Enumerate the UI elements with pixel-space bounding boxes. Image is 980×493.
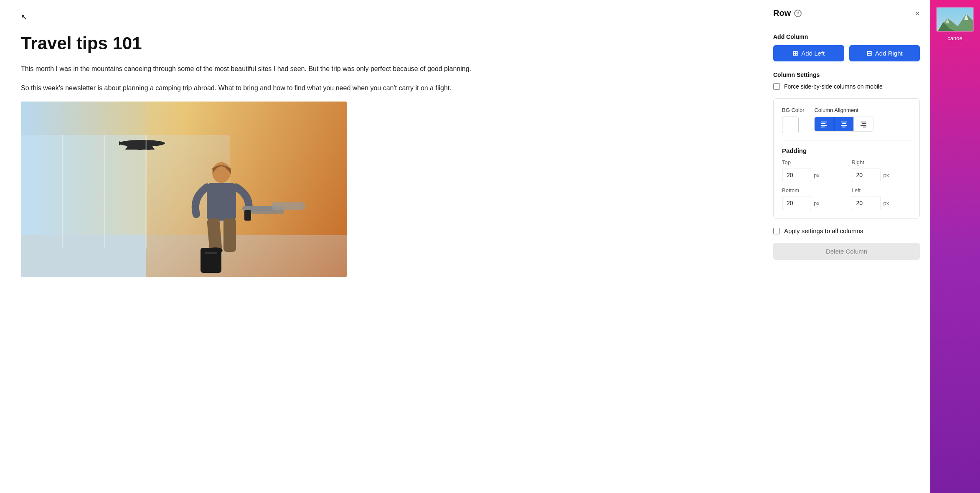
divider [782, 140, 911, 140]
force-mobile-checkbox[interactable] [773, 83, 780, 90]
bg-color-label: BG Color [782, 107, 804, 113]
add-left-label: Add Left [801, 50, 825, 57]
row-settings-panel: Row ? × Add Column ⊞ Add Left ⊟ Add Righ… [763, 0, 930, 493]
far-right-sidebar: canoe [930, 0, 980, 493]
padding-bottom-px: px [814, 200, 820, 206]
padding-right-field: Right px [852, 159, 911, 182]
padding-section: Padding Top px Right [782, 147, 911, 210]
padding-left-input-row: px [852, 196, 911, 210]
article-paragraph-2: So this week's newsletter is about plann… [21, 83, 742, 94]
svg-rect-24 [821, 123, 825, 124]
panel-body: Add Column ⊞ Add Left ⊟ Add Right Column… [763, 25, 930, 493]
padding-left-label: Left [852, 187, 911, 193]
svg-rect-17 [244, 210, 251, 221]
padding-bottom-input-row: px [782, 196, 842, 210]
bg-color-section: BG Color [782, 107, 804, 133]
svg-point-7 [135, 147, 145, 150]
svg-rect-25 [821, 125, 827, 126]
sidebar-thumbnail-label: canoe [947, 35, 962, 41]
padding-title: Padding [782, 147, 911, 154]
padding-right-input-row: px [852, 168, 911, 182]
thumbnail-image [937, 8, 973, 31]
force-mobile-label[interactable]: Force side-by-side columns on mobile [784, 83, 883, 90]
svg-rect-31 [861, 122, 866, 122]
add-left-icon: ⊞ [792, 49, 798, 57]
bg-color-swatch[interactable] [782, 117, 799, 133]
article-paragraph-1: This month I was in the mountains canoei… [21, 64, 742, 74]
column-settings-section: Column Settings Force side-by-side colum… [773, 71, 920, 268]
padding-grid: Top px Right px [782, 159, 911, 210]
padding-top-label: Top [782, 159, 842, 165]
svg-rect-19 [272, 202, 305, 210]
svg-rect-29 [841, 125, 847, 126]
column-alignment-label: Column Alignment [814, 107, 873, 113]
padding-right-label: Right [852, 159, 911, 165]
column-settings-title: Column Settings [773, 71, 920, 78]
article-title: Travel tips 101 [21, 33, 742, 53]
alignment-buttons [814, 117, 873, 132]
apply-settings-label[interactable]: Apply settings to all columns [784, 227, 863, 234]
padding-top-input-row: px [782, 168, 842, 182]
svg-rect-30 [842, 127, 845, 127]
article-image-svg [21, 102, 347, 277]
svg-rect-32 [862, 123, 866, 124]
settings-row: BG Color Column Alignment [782, 107, 911, 133]
svg-rect-27 [841, 122, 847, 122]
svg-rect-34 [863, 127, 866, 127]
settings-box: BG Color Column Alignment [773, 98, 920, 219]
padding-bottom-field: Bottom px [782, 187, 842, 210]
article-image [21, 102, 347, 277]
close-button[interactable]: × [915, 9, 920, 18]
add-left-button[interactable]: ⊞ Add Left [773, 45, 844, 61]
svg-rect-15 [201, 248, 221, 273]
add-column-title: Add Column [773, 33, 920, 40]
padding-top-input[interactable] [782, 168, 811, 182]
padding-right-input[interactable] [852, 168, 881, 182]
alignment-section: Column Alignment [814, 107, 873, 132]
panel-title: Row ? [773, 8, 802, 18]
padding-top-px: px [814, 172, 820, 178]
svg-rect-23 [821, 122, 827, 122]
article-body: This month I was in the mountains canoei… [21, 64, 742, 93]
svg-rect-3 [146, 102, 347, 277]
main-content: ↖ Travel tips 101 This month I was in th… [0, 0, 763, 493]
svg-rect-10 [207, 183, 236, 221]
add-column-buttons: ⊞ Add Left ⊟ Add Right [773, 45, 920, 61]
align-right-button[interactable] [854, 117, 873, 131]
add-right-label: Add Right [875, 50, 903, 57]
cursor: ↖ [21, 13, 27, 22]
padding-bottom-input[interactable] [782, 196, 811, 210]
panel-header: Row ? × [763, 0, 930, 25]
apply-settings-row: Apply settings to all columns [773, 227, 920, 234]
padding-bottom-label: Bottom [782, 187, 842, 193]
padding-left-input[interactable] [852, 196, 881, 210]
svg-rect-26 [821, 127, 825, 127]
padding-left-px: px [884, 200, 889, 206]
align-left-button[interactable] [815, 117, 834, 131]
add-right-button[interactable]: ⊟ Add Right [849, 45, 920, 61]
sidebar-thumbnail[interactable] [936, 7, 974, 32]
padding-top-field: Top px [782, 159, 842, 182]
svg-rect-12 [223, 219, 236, 252]
svg-rect-16 [205, 252, 217, 254]
svg-rect-33 [861, 125, 866, 126]
delete-column-button[interactable]: Delete Column [773, 243, 920, 260]
svg-rect-28 [842, 123, 846, 124]
force-mobile-row: Force side-by-side columns on mobile [773, 83, 920, 90]
padding-right-px: px [884, 172, 889, 178]
panel-title-text: Row [773, 8, 791, 18]
help-icon[interactable]: ? [794, 10, 802, 17]
add-right-icon: ⊟ [866, 49, 872, 57]
padding-left-field: Left px [852, 187, 911, 210]
align-center-button[interactable] [834, 117, 854, 131]
apply-settings-checkbox[interactable] [773, 228, 780, 234]
